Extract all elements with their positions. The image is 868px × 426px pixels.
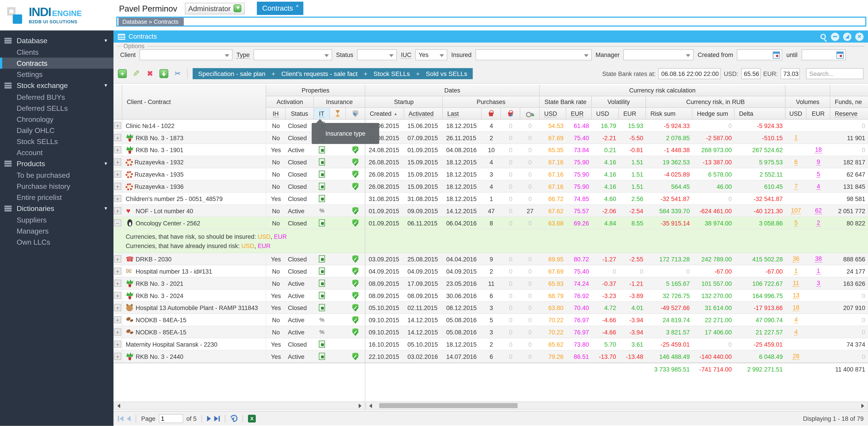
volume-usd-link[interactable]: 107: [791, 207, 801, 214]
type-filter-select[interactable]: [254, 49, 332, 60]
volume-eur-link[interactable]: 4: [817, 183, 820, 190]
edit-icon[interactable]: ✎: [132, 69, 141, 78]
sidebar-group-database[interactable]: Database▼: [0, 35, 114, 47]
view-button-4[interactable]: Sold vs SELLs: [426, 70, 467, 77]
header-delta[interactable]: Delta: [735, 108, 785, 120]
volume-usd-link[interactable]: 28: [793, 353, 800, 360]
expand-row-button[interactable]: +: [114, 255, 121, 263]
sidebar-item-clients[interactable]: Clients: [0, 47, 114, 58]
expand-row-button[interactable]: +: [114, 353, 121, 360]
table-row[interactable]: −Oncology Center - 2562NoClosed01.09.201…: [114, 217, 868, 229]
header-hedge-sum[interactable]: Hedge sum: [692, 108, 735, 120]
table-row[interactable]: +RKB No. 3 - 2024YesActive08.09.201508.0…: [114, 290, 868, 302]
volume-eur-link[interactable]: 62: [815, 207, 822, 214]
header-sbr-usd[interactable]: USD: [540, 108, 566, 120]
volume-usd-link[interactable]: 13: [793, 292, 800, 299]
volume-eur-link[interactable]: 2: [817, 219, 820, 226]
sidebar-item-managers[interactable]: Managers: [0, 225, 114, 237]
table-row[interactable]: +Hospital 13 Automobile Plant - RAMP 311…: [114, 302, 868, 314]
scroll-left-icon[interactable]: [367, 403, 372, 408]
logout-icon[interactable]: [234, 4, 241, 12]
volume-usd-link[interactable]: 1: [794, 268, 798, 275]
sidebar-group-stock-exchange[interactable]: Stock exchange▼: [0, 80, 114, 91]
sidebar-item-chronology[interactable]: Chronology: [0, 114, 114, 125]
search-input[interactable]: [806, 68, 864, 79]
expand-row-button[interactable]: +: [114, 340, 121, 348]
volume-usd-link[interactable]: 6: [794, 158, 798, 165]
table-row[interactable]: +RKB No. 3 - 2440YesActive22.10.201503.0…: [114, 351, 868, 363]
expand-row-button[interactable]: +: [114, 171, 121, 178]
expand-row-button[interactable]: +: [114, 158, 121, 165]
header-activated[interactable]: Activated: [404, 108, 443, 120]
tab-contracts[interactable]: Contracts ×: [256, 2, 303, 15]
expand-row-button[interactable]: +: [114, 183, 121, 190]
last-page-button[interactable]: [214, 416, 220, 421]
header-created[interactable]: Created▲: [365, 108, 404, 120]
scroll-right-icon[interactable]: [359, 403, 364, 408]
eur-currency-link[interactable]: EUR: [258, 242, 271, 249]
header-vol-usd[interactable]: USD: [592, 108, 619, 120]
add-button[interactable]: +: [118, 69, 127, 78]
header-volumes-eur[interactable]: EUR: [807, 108, 830, 120]
excel-export-icon[interactable]: X: [248, 415, 256, 422]
until-field[interactable]: [801, 49, 846, 60]
volume-eur-link[interactable]: 1: [817, 268, 820, 275]
scrollbar-thumb[interactable]: [379, 403, 518, 408]
usd-currency-link[interactable]: USD: [258, 233, 271, 239]
expand-row-button[interactable]: +: [114, 280, 121, 287]
volume-eur-link[interactable]: 5: [817, 171, 820, 178]
sidebar-item-purchase-history[interactable]: Purchase history: [0, 180, 114, 191]
collapse-icon[interactable]: [831, 32, 839, 41]
view-button-3[interactable]: Stock SELLs: [373, 70, 410, 77]
expand-row-button[interactable]: +: [114, 195, 121, 202]
header-risk-sum[interactable]: Risk sum: [646, 108, 692, 120]
expand-row-button[interactable]: +: [114, 207, 121, 214]
scroll-right-icon[interactable]: [862, 403, 866, 408]
iuc-filter-select[interactable]: Yes: [415, 49, 447, 60]
header-client[interactable]: Client - Contract: [122, 85, 266, 120]
expand-row-button[interactable]: +: [114, 134, 121, 141]
header-vol-eur[interactable]: EUR: [619, 108, 646, 120]
volume-eur-link[interactable]: 3: [817, 280, 820, 287]
search-icon[interactable]: [820, 34, 826, 39]
expand-row-button[interactable]: +: [114, 292, 121, 299]
expand-row-button[interactable]: +: [114, 122, 121, 129]
table-row[interactable]: +NODKB - 85EA-15NoActive%09.10.201514.12…: [114, 326, 868, 338]
tools-icon[interactable]: ✂: [174, 69, 182, 78]
volume-usd-link[interactable]: 5: [794, 219, 798, 226]
sidebar-item-entire-pricelist[interactable]: Entire pricelist: [0, 191, 114, 203]
table-row[interactable]: +Ruzayevka - 1932NoClosed26.08.201515.09…: [114, 156, 868, 169]
sidebar-item-to-be-purchased[interactable]: To be purchased: [0, 170, 114, 180]
expand-row-button[interactable]: +: [114, 268, 121, 275]
volume-eur-link[interactable]: 38: [815, 255, 822, 263]
table-row[interactable]: +Hospital number 13 - id#131NoClosed04.0…: [114, 265, 868, 277]
created-from-field[interactable]: [737, 49, 782, 60]
prev-page-button[interactable]: [127, 416, 131, 421]
usd-currency-link[interactable]: USD: [241, 242, 254, 249]
next-page-button[interactable]: [207, 416, 211, 421]
insured-filter-select[interactable]: [475, 49, 592, 60]
header-ih[interactable]: IH: [266, 108, 286, 120]
table-row[interactable]: +Ruzayevka - 1936NoClosed26.08.201515.09…: [114, 180, 868, 193]
table-row[interactable]: +NODKB - 84EA-15NoActive%09.10.201514.12…: [114, 314, 868, 326]
sidebar-item-contracts[interactable]: Contracts: [0, 58, 114, 69]
basket-icon[interactable]: [482, 108, 501, 120]
header-last[interactable]: Last: [443, 108, 482, 120]
first-page-button[interactable]: [118, 416, 123, 421]
header-volumes-usd[interactable]: USD: [785, 108, 807, 120]
sidebar-item-daily-ohlc[interactable]: Daily OHLC: [0, 125, 114, 136]
collapse-row-button[interactable]: −: [114, 219, 121, 226]
locked-scrollbar[interactable]: [114, 402, 365, 410]
volume-usd-link[interactable]: 4: [794, 328, 798, 336]
sidebar-item-deferred-sells[interactable]: Deferred SELLs: [0, 102, 114, 114]
view-button-1[interactable]: Specification - sale plan: [198, 70, 266, 77]
expand-row-button[interactable]: +: [114, 316, 121, 323]
table-row[interactable]: +RKB No. 3 - 1901YesActive24.08.201501.0…: [114, 144, 868, 156]
expand-row-button[interactable]: +: [114, 146, 121, 154]
table-row[interactable]: +RKB No. 3 - 1873NoClosed21.08.201507.09…: [114, 132, 868, 144]
sidebar-item-settings[interactable]: Settings: [0, 69, 114, 80]
sidebar-group-dictionaries[interactable]: Dictionaries▼: [0, 203, 114, 214]
page-input[interactable]: [159, 414, 183, 423]
role-badge[interactable]: Administrator: [185, 2, 244, 14]
table-row[interactable]: +Maternity Hospital Saransk - 2230YesClo…: [114, 338, 868, 351]
